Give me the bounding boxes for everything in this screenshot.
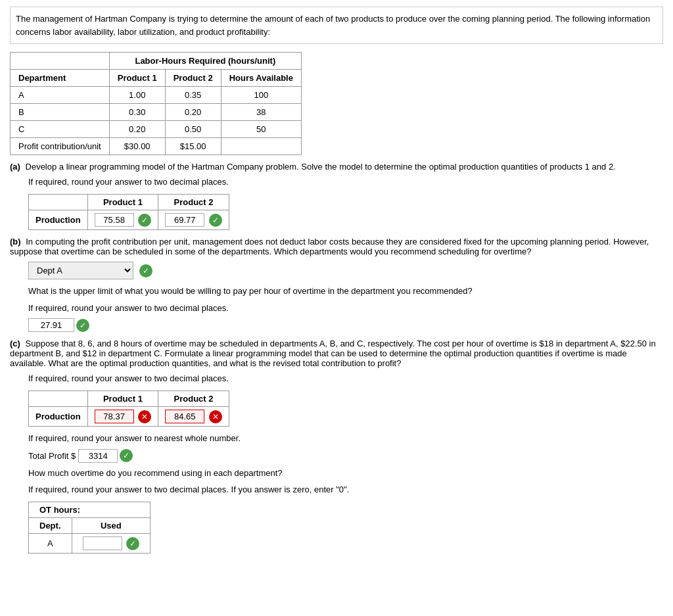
prod-p1-header: Product 1: [87, 194, 158, 210]
section-b-dropdown-check-icon: ✓: [139, 264, 152, 277]
section-b-answer-row: ✓: [28, 318, 663, 332]
profit-hours-empty: [221, 138, 301, 155]
production-p1-cell: ✓: [87, 210, 158, 230]
section-a-header: (a) Develop a linear programming model o…: [10, 162, 663, 172]
section-a-p1-check-icon: ✓: [138, 214, 151, 227]
labor-hours-table: Labor-Hours Required (hours/unit) Depart…: [10, 52, 302, 155]
section-a-label: (a): [10, 162, 20, 172]
section-a-p1-input[interactable]: [95, 213, 134, 227]
section-c-total-profit-input[interactable]: [78, 449, 118, 463]
section-c-p1-input[interactable]: [95, 410, 134, 423]
table-main-header: Labor-Hours Required (hours/unit): [109, 53, 301, 70]
section-c-round-note1: If required, round your answer to two de…: [28, 372, 663, 385]
dept-a-p1: 1.00: [109, 87, 165, 104]
section-c-text: Suppose that 8, 6, and 8 hours of overti…: [10, 339, 656, 368]
section-b-label: (b): [10, 237, 21, 247]
ot-used-header: Used: [72, 517, 151, 533]
profit-p2: $15.00: [165, 138, 221, 155]
section-b-answer-input[interactable]: [28, 318, 74, 332]
ot-dept-header: Dept.: [29, 517, 72, 533]
ot-row-a: A ✓: [29, 533, 151, 554]
profit-label: Profit contribution/unit: [11, 138, 110, 155]
section-b-round-note: If required, round your answer to two de…: [28, 302, 663, 315]
section-c: (c) Suppose that 8, 6, and 8 hours of ov…: [10, 339, 663, 554]
c-prod-empty-header: [29, 391, 88, 406]
section-c-ot-round-note: If required, round your answer to two de…: [28, 483, 663, 496]
section-a-round-note: If required, round your answer to two de…: [28, 176, 663, 189]
ot-used-a-cell: ✓: [72, 533, 151, 554]
section-a-production-table: Product 1 Product 2 Production ✓ ✓: [28, 194, 229, 231]
dept-c: C: [11, 121, 110, 138]
section-a: (a) Develop a linear programming model o…: [10, 162, 663, 230]
table-row: A 1.00 0.35 100: [11, 87, 302, 104]
col-product1: Product 1: [109, 70, 165, 87]
intro-text: The management of Hartman Company is try…: [16, 14, 650, 37]
section-c-p2-input[interactable]: [165, 410, 204, 423]
section-b-text: In computing the profit contribution per…: [10, 237, 649, 256]
dept-a: A: [11, 87, 110, 104]
section-c-p2-x-icon: ✕: [209, 410, 222, 423]
col-hours-available: Hours Available: [221, 70, 301, 87]
table-empty-header: [11, 53, 110, 70]
ot-table-header: OT hours:: [29, 502, 151, 517]
c-production-p1-cell: ✕: [87, 406, 158, 427]
production-row-a: Production ✓ ✓: [29, 210, 229, 230]
col-product2: Product 2: [165, 70, 221, 87]
dept-c-hours: 50: [221, 121, 301, 138]
section-c-header: (c) Suppose that 8, 6, and 8 hours of ov…: [10, 339, 663, 368]
dept-c-p2: 0.50: [165, 121, 221, 138]
c-production-label: Production: [29, 406, 88, 427]
profit-p1: $30.00: [109, 138, 165, 155]
prod-p2-header: Product 2: [158, 194, 229, 210]
dept-b-p1: 0.30: [109, 104, 165, 121]
c-production-p2-cell: ✕: [158, 406, 229, 427]
section-c-ot-table: OT hours: Dept. Used A ✓: [28, 502, 151, 554]
section-a-text: Develop a linear programming model of th…: [26, 162, 616, 172]
section-b-answer-check-icon: ✓: [76, 319, 89, 332]
production-label-a: Production: [29, 210, 88, 230]
c-prod-p1-header: Product 1: [87, 391, 158, 406]
table-row: B 0.30 0.20 38: [11, 104, 302, 121]
section-c-p1-x-icon: ✕: [138, 410, 151, 423]
ot-used-a-input[interactable]: [83, 536, 122, 550]
profit-row: Profit contribution/unit $30.00 $15.00: [11, 138, 302, 155]
section-a-p2-check-icon: ✓: [209, 214, 222, 227]
section-c-round-note2: If required, round your answer to neares…: [28, 432, 663, 445]
production-p2-cell: ✓: [158, 210, 229, 230]
section-c-label: (c): [10, 339, 20, 348]
col-department: Department: [11, 70, 110, 87]
dept-a-p2: 0.35: [165, 87, 221, 104]
section-b-upper-limit-question: What is the upper limit of what you woul…: [28, 285, 663, 298]
section-c-total-profit-row: Total Profit $ ✓: [28, 449, 663, 463]
section-b-header: (b) In computing the profit contribution…: [10, 237, 663, 256]
c-prod-p2-header: Product 2: [158, 391, 229, 406]
dept-dropdown[interactable]: Dept A Dept B Dept C Dept A and B Dept A…: [28, 262, 133, 279]
ot-dept-a: A: [29, 533, 72, 554]
c-production-row: Production ✕ ✕: [29, 406, 229, 427]
intro-section: The management of Hartman Company is try…: [10, 7, 663, 44]
section-c-total-profit-check-icon: ✓: [120, 449, 133, 462]
dept-b: B: [11, 104, 110, 121]
prod-empty-header: [29, 194, 88, 210]
dept-c-p1: 0.20: [109, 121, 165, 138]
table-row: C 0.20 0.50 50: [11, 121, 302, 138]
section-c-ot-question: How much overtime do you recommend using…: [28, 467, 663, 480]
ot-used-a-check-icon: ✓: [126, 537, 139, 550]
section-a-p2-input[interactable]: [165, 213, 204, 227]
dept-b-hours: 38: [221, 104, 301, 121]
dept-b-p2: 0.20: [165, 104, 221, 121]
section-b-dropdown-container: Dept A Dept B Dept C Dept A and B Dept A…: [28, 262, 663, 279]
total-profit-label: Total Profit $: [28, 451, 76, 461]
section-b: (b) In computing the profit contribution…: [10, 237, 663, 332]
dept-a-hours: 100: [221, 87, 301, 104]
section-c-production-table: Product 1 Product 2 Production ✕ ✕: [28, 391, 229, 427]
